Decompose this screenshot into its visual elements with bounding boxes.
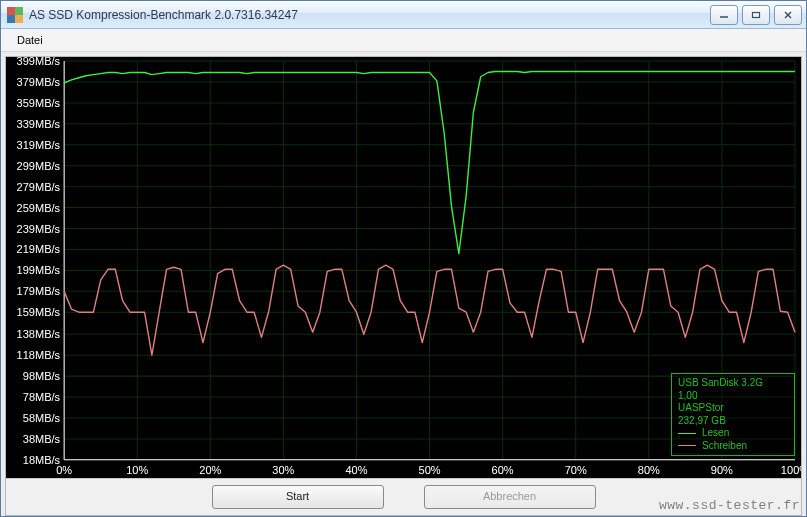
legend-read-label: Lesen (702, 427, 729, 440)
legend: USB SanDisk 3.2G 1,00 UASPStor 232,97 GB… (671, 373, 795, 456)
svg-text:199MB/s: 199MB/s (17, 264, 61, 276)
svg-text:100%: 100% (781, 464, 801, 476)
svg-text:70%: 70% (565, 464, 587, 476)
legend-capacity: 232,97 GB (678, 415, 788, 428)
svg-text:259MB/s: 259MB/s (17, 202, 61, 214)
svg-text:10%: 10% (126, 464, 148, 476)
svg-text:38MB/s: 38MB/s (23, 433, 61, 445)
svg-text:159MB/s: 159MB/s (17, 306, 61, 318)
svg-text:40%: 40% (345, 464, 367, 476)
window-title: AS SSD Kompression-Benchmark 2.0.7316.34… (29, 8, 710, 22)
svg-text:179MB/s: 179MB/s (17, 285, 61, 297)
svg-text:339MB/s: 339MB/s (17, 118, 61, 130)
svg-text:60%: 60% (492, 464, 514, 476)
menu-file[interactable]: Datei (9, 32, 51, 48)
maximize-button[interactable] (742, 5, 770, 25)
svg-text:0%: 0% (56, 464, 72, 476)
abort-button: Abbrechen (424, 485, 596, 509)
legend-device: USB SanDisk 3.2G (678, 377, 788, 390)
app-window: AS SSD Kompression-Benchmark 2.0.7316.34… (0, 0, 807, 517)
window-buttons (710, 5, 802, 25)
svg-text:379MB/s: 379MB/s (17, 76, 61, 88)
svg-text:98MB/s: 98MB/s (23, 370, 61, 382)
chart: 399MB/s379MB/s359MB/s339MB/s319MB/s299MB… (6, 57, 801, 478)
svg-text:319MB/s: 319MB/s (17, 139, 61, 151)
svg-text:279MB/s: 279MB/s (17, 181, 61, 193)
legend-write: Schreiben (678, 440, 788, 453)
legend-read-swatch (678, 433, 696, 434)
svg-text:90%: 90% (711, 464, 733, 476)
svg-text:299MB/s: 299MB/s (17, 160, 61, 172)
menubar: Datei (1, 29, 806, 52)
svg-text:219MB/s: 219MB/s (17, 243, 61, 255)
svg-text:50%: 50% (419, 464, 441, 476)
titlebar[interactable]: AS SSD Kompression-Benchmark 2.0.7316.34… (1, 1, 806, 29)
svg-text:58MB/s: 58MB/s (23, 412, 61, 424)
watermark: www.ssd-tester.fr (659, 498, 800, 513)
legend-write-label: Schreiben (702, 440, 747, 453)
client-area: 399MB/s379MB/s359MB/s339MB/s319MB/s299MB… (5, 56, 802, 516)
svg-text:30%: 30% (272, 464, 294, 476)
close-button[interactable] (774, 5, 802, 25)
svg-text:80%: 80% (638, 464, 660, 476)
svg-text:118MB/s: 118MB/s (17, 349, 61, 361)
svg-text:18MB/s: 18MB/s (23, 454, 61, 466)
start-button[interactable]: Start (212, 485, 384, 509)
app-icon (7, 7, 23, 23)
svg-text:78MB/s: 78MB/s (23, 391, 61, 403)
minimize-button[interactable] (710, 5, 738, 25)
legend-driver: UASPStor (678, 402, 788, 415)
svg-text:359MB/s: 359MB/s (17, 97, 61, 109)
svg-text:20%: 20% (199, 464, 221, 476)
legend-write-swatch (678, 445, 696, 446)
svg-text:239MB/s: 239MB/s (17, 223, 61, 235)
svg-rect-1 (753, 12, 760, 17)
svg-text:399MB/s: 399MB/s (17, 57, 61, 67)
legend-read: Lesen (678, 427, 788, 440)
legend-version: 1,00 (678, 390, 788, 403)
svg-text:138MB/s: 138MB/s (17, 328, 61, 340)
